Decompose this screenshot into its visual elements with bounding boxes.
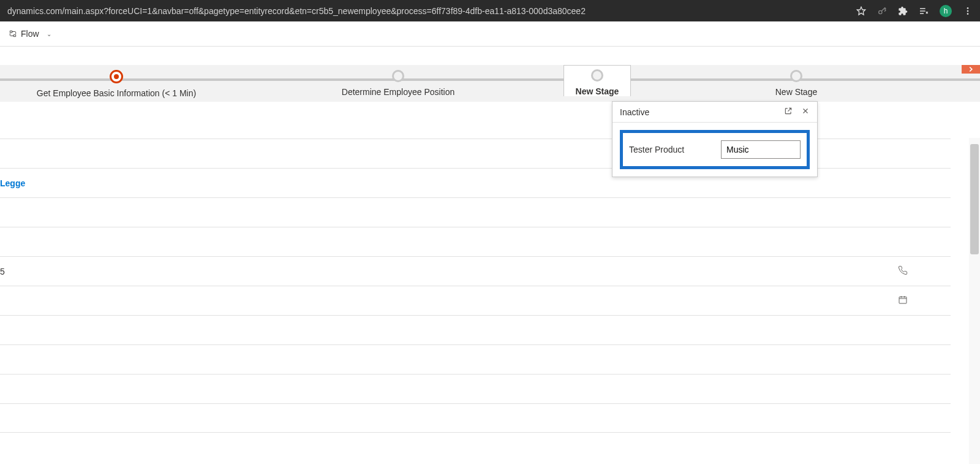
url-text[interactable]: dynamics.com/main.aspx?forceUCI=1&navbar… — [7, 6, 844, 16]
form-row[interactable] — [0, 403, 951, 433]
next-stage-arrow[interactable] — [962, 65, 980, 74]
svg-point-4 — [967, 13, 969, 15]
form-row-date[interactable] — [0, 286, 951, 315]
phone-value: 5 — [0, 267, 5, 276]
tester-product-label: Tester Product — [629, 145, 715, 154]
chevron-down-icon: ⌄ — [47, 31, 51, 37]
scrollbar-thumb[interactable] — [970, 144, 979, 254]
phone-icon[interactable] — [898, 265, 908, 278]
flyout-header: Inactive — [612, 102, 817, 123]
stage-label: Determine Employee Position — [342, 87, 454, 97]
stage-get-employee-info[interactable]: Get Employee Basic Information (< 1 Min) — [0, 65, 233, 98]
flyout-body: Tester Product — [612, 123, 817, 177]
key-icon[interactable] — [877, 6, 887, 16]
menu-icon[interactable] — [963, 6, 973, 16]
form-area: Legge 5 — [0, 139, 980, 433]
stage-new-stage-2[interactable]: New Stage — [631, 65, 962, 97]
reading-list-icon[interactable] — [919, 6, 929, 16]
svg-marker-0 — [857, 7, 865, 15]
browser-toolbar-icons: h — [856, 5, 973, 17]
vertical-scrollbar[interactable] — [969, 138, 980, 464]
tester-product-input[interactable] — [721, 140, 801, 159]
tester-product-field-highlight: Tester Product — [620, 130, 810, 169]
flow-button[interactable]: Flow ⌄ — [4, 26, 56, 41]
stage-label: Get Employee Basic Information (< 1 Min) — [37, 88, 196, 98]
flow-label: Flow — [21, 29, 39, 39]
form-row[interactable] — [0, 227, 951, 256]
command-bar: Flow ⌄ — [0, 21, 980, 47]
form-row[interactable] — [0, 197, 951, 227]
stage-new-stage-selected[interactable]: New Stage — [564, 65, 631, 96]
stage-circle-icon — [591, 69, 603, 82]
stage-label: New Stage — [576, 86, 619, 96]
close-icon[interactable] — [801, 107, 810, 117]
svg-rect-5 — [899, 297, 907, 303]
owner-link[interactable]: Legge — [0, 178, 25, 188]
flyout-status: Inactive — [620, 107, 649, 117]
form-row[interactable] — [0, 315, 951, 344]
star-icon[interactable] — [856, 6, 866, 16]
svg-point-2 — [967, 7, 969, 9]
flow-icon — [9, 29, 17, 38]
form-row-phone[interactable]: 5 — [0, 256, 951, 286]
process-bar: Get Employee Basic Information (< 1 Min)… — [0, 65, 980, 102]
popout-icon[interactable] — [784, 107, 793, 117]
stage-circle-icon — [790, 70, 802, 82]
profile-avatar[interactable]: h — [940, 5, 952, 17]
stage-flyout: Inactive Tester Product — [612, 101, 818, 177]
stage-determine-position[interactable]: Determine Employee Position — [233, 65, 564, 97]
extensions-icon[interactable] — [898, 6, 908, 16]
stage-label: New Stage — [775, 87, 817, 97]
form-row[interactable] — [0, 344, 951, 374]
calendar-icon[interactable] — [898, 295, 908, 307]
stage-circle-active-icon — [110, 70, 123, 83]
stage-circle-icon — [392, 70, 404, 82]
form-row[interactable] — [0, 374, 951, 403]
browser-address-bar: dynamics.com/main.aspx?forceUCI=1&navbar… — [0, 0, 980, 21]
svg-point-3 — [967, 10, 969, 12]
business-process-flow: Get Employee Basic Information (< 1 Min)… — [0, 65, 980, 102]
